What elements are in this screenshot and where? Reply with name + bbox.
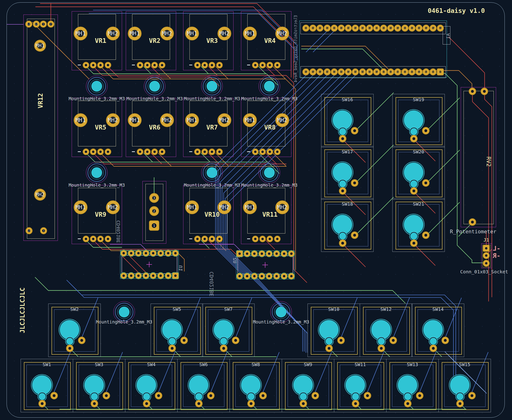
switch-pad-1[interactable] (67, 345, 73, 352)
vr12-pad[interactable]: 2 (48, 21, 54, 27)
switch-pad-1[interactable] (248, 400, 254, 407)
a1-pin-pad[interactable]: 29 (360, 25, 366, 31)
a1-pin-pad[interactable]: 36 (409, 25, 415, 31)
a1-pin-pad[interactable]: 35 (402, 25, 408, 31)
ic-socket-u1[interactable] (120, 250, 179, 279)
vr12-pad[interactable]: 1 (40, 21, 46, 27)
switch-ref[interactable]: SW4 (128, 362, 174, 367)
switch-pad-2[interactable] (469, 392, 475, 399)
u1-pin1-pad[interactable] (172, 273, 178, 279)
brand-text[interactable]: JLCJLCJLCJLC (19, 285, 26, 336)
switch-pad-1[interactable] (143, 400, 150, 407)
a1-pin-pad[interactable]: 12 (360, 69, 366, 75)
switch-sw21[interactable]: SW21 (392, 198, 445, 252)
switch-sw8[interactable]: SW8 (230, 359, 282, 412)
switch-pad-1[interactable] (352, 400, 359, 407)
j1-value-label[interactable]: Conn_01x03_Socket (456, 269, 512, 275)
switch-pad-1[interactable] (339, 135, 346, 142)
a1-pin-pad[interactable]: 28 (352, 25, 358, 31)
switch-pad-1[interactable] (411, 135, 417, 142)
switch-ref[interactable]: SW20 (396, 149, 442, 155)
a1-pin-pad[interactable]: 33 (388, 25, 394, 31)
switch-ref[interactable]: SW11 (337, 362, 383, 367)
vr-ref[interactable]: VR9 (75, 211, 126, 218)
pot-vr10[interactable]: MH1 MH2 VR10 (183, 185, 234, 244)
switch-ref[interactable]: SW15 (442, 362, 488, 367)
switch-sw12[interactable]: SW12 (360, 304, 412, 357)
pot-vr4[interactable]: MH1 MH2 VR4 (241, 11, 291, 70)
pot-vr1[interactable]: MH1 MH2 VR1 (72, 11, 122, 70)
switch-pad-2[interactable] (351, 180, 358, 186)
switch-pad-1[interactable] (457, 400, 463, 407)
connector-j1[interactable] (481, 243, 492, 268)
vr-ref[interactable]: VR2 (130, 37, 180, 44)
a1-pin-pad[interactable]: 39 (430, 25, 436, 31)
vr-pad[interactable] (83, 149, 89, 155)
vr-pad[interactable] (98, 62, 103, 68)
a1-pin-pad[interactable]: 17 (324, 69, 330, 75)
switch-ref[interactable]: SW10 (311, 306, 357, 312)
a1-pin-pad[interactable]: 13 (352, 69, 358, 75)
switch-pad-2[interactable] (423, 128, 429, 134)
switch-pad-2[interactable] (260, 392, 266, 399)
mounting-hole[interactable] (201, 162, 223, 183)
switch-ref[interactable]: SW5 (154, 306, 200, 312)
rv2-pad-2[interactable] (481, 88, 488, 95)
switch-ref[interactable]: SW7 (205, 306, 251, 312)
switch-pad-2[interactable] (155, 392, 162, 399)
vr-pad[interactable] (195, 236, 200, 242)
switch-ref[interactable]: SW14 (415, 306, 461, 312)
switch-sw19[interactable]: SW19 (392, 94, 445, 147)
a1-pin-pad[interactable]: 20 (303, 69, 309, 75)
vr-pad[interactable] (202, 62, 208, 68)
switch-sw15[interactable]: SW15 (438, 359, 491, 412)
a1-pin-pad[interactable]: 26 (338, 25, 344, 31)
a1-pin-pad[interactable]: 6 (402, 69, 408, 75)
vr-pad[interactable] (217, 236, 222, 242)
vr-pad[interactable] (252, 62, 258, 68)
vr-pad[interactable] (90, 236, 96, 242)
vr-pad[interactable] (260, 62, 265, 68)
vr12-pad[interactable]: 3 (41, 228, 47, 234)
switch-sw4[interactable]: SW4 (125, 359, 178, 412)
a1-pin-pad[interactable]: 1 (437, 69, 443, 75)
switch-ref[interactable]: SW19 (396, 97, 442, 102)
a1-pin-pad[interactable]: 21 (303, 25, 309, 31)
mounting-hole[interactable] (259, 75, 280, 97)
vr-pad[interactable] (98, 149, 103, 155)
a1-pin-pad[interactable]: 18 (317, 69, 323, 75)
switch-pad-2[interactable] (423, 232, 429, 239)
a1-pin-pad[interactable]: 14 (345, 69, 351, 75)
jack-pad-1[interactable]: 1 (149, 221, 159, 230)
a1-pin-pad[interactable]: 27 (345, 25, 351, 31)
a1-pin-pad[interactable]: 8 (388, 69, 394, 75)
switch-ref[interactable]: SW16 (324, 97, 370, 102)
switch-sw10[interactable]: SW10 (308, 304, 360, 357)
switch-pad-2[interactable] (103, 392, 110, 399)
a1-pin-pad[interactable]: 3 (423, 69, 429, 75)
vr-pad[interactable] (159, 62, 165, 68)
vr-pad[interactable] (260, 236, 265, 242)
j1-left-channel-label[interactable]: -L (493, 245, 501, 252)
a1-pin-pad[interactable]: 7 (395, 69, 401, 75)
a1-pin-pad[interactable]: 30 (367, 25, 373, 31)
u2-ref-label[interactable]: U2 (232, 256, 238, 265)
rv2-value-label[interactable]: R_Potentiometer (443, 229, 504, 234)
mounting-hole[interactable] (259, 162, 280, 183)
vr-pad[interactable] (195, 149, 200, 155)
a1-pin-pad[interactable]: 40 (437, 25, 443, 31)
vr12-pad[interactable]: L2 (33, 21, 39, 27)
a1-pin-pad[interactable]: 31 (374, 25, 380, 31)
switch-pad-1[interactable] (411, 240, 417, 247)
vr-pad[interactable] (260, 149, 265, 155)
a1-ref-label[interactable]: A1 (445, 30, 451, 42)
j1-pad-3[interactable] (483, 260, 489, 266)
vr-pad[interactable] (217, 62, 222, 68)
switch-pad-2[interactable] (312, 392, 319, 399)
vr-pad[interactable] (275, 62, 280, 68)
switch-ref[interactable]: SW8 (233, 362, 279, 367)
switch-sw5[interactable]: SW5 (151, 304, 203, 357)
pot-vr7[interactable]: MH1 MH2 VR7 (183, 98, 234, 157)
switch-ref[interactable]: SW2 (52, 306, 97, 312)
switch-pad-2[interactable] (208, 392, 214, 399)
